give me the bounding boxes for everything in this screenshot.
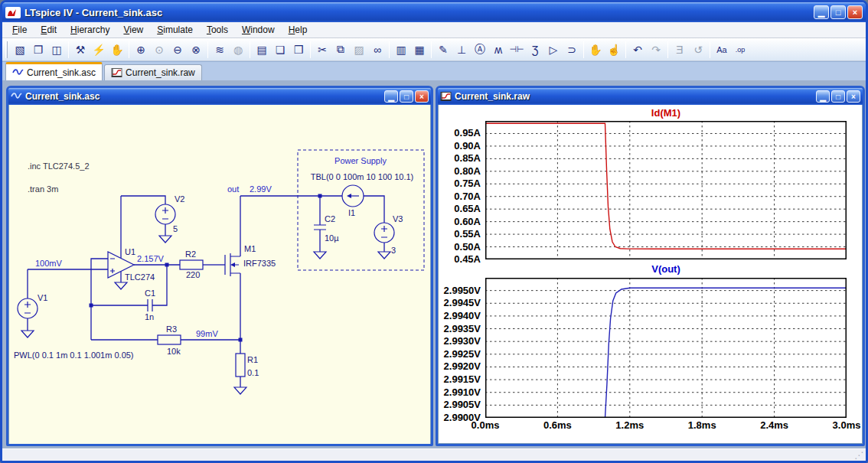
ytick-label: 2.9915V [439, 374, 481, 385]
i1-name-label: I1 [348, 208, 355, 217]
resize-grip[interactable]: ⋰ [854, 452, 866, 459]
pane-title-0[interactable]: Id(M1) [485, 107, 847, 119]
cut-button[interactable]: ✂ [313, 41, 331, 59]
net-out[interactable] [240, 194, 322, 198]
plot-frame [486, 122, 847, 259]
component-v3[interactable]: V3 3 [374, 214, 403, 259]
waveform-close-button[interactable]: × [847, 90, 860, 103]
menu-file[interactable]: File [5, 22, 34, 37]
mirror-button: Ǝ [671, 41, 689, 59]
trace-1 [485, 288, 847, 418]
open-file-button[interactable]: ❐ [29, 41, 47, 59]
menu-edit[interactable]: Edit [34, 22, 64, 37]
trace-0 [485, 123, 847, 249]
component-r1[interactable]: R1 0.1 [234, 338, 259, 395]
place-net-label-button[interactable]: Ⓐ [471, 41, 489, 59]
place-component-button[interactable]: ⊃ [563, 41, 581, 59]
component-r2[interactable]: R2 220 [180, 249, 225, 279]
waveform-window-titlebar[interactable]: Current_sink.raw ▁ □ × [438, 88, 863, 105]
plot-svg-0[interactable] [485, 121, 847, 259]
schematic-minimize-button[interactable]: ▁ [384, 90, 398, 103]
ytick-label: 2.9950V [439, 285, 481, 296]
xtick-label: 0.6ms [534, 419, 580, 431]
close-button[interactable]: × [847, 5, 863, 19]
component-u1-opamp[interactable]: U1 TLC274 [108, 196, 155, 289]
minimize-button[interactable]: ▁ [814, 5, 829, 19]
menu-tools[interactable]: Tools [200, 22, 235, 37]
copy-button[interactable]: ⧉ [331, 41, 350, 59]
save-button[interactable]: ◫ [47, 41, 66, 59]
v3-name-label: V3 [393, 214, 403, 223]
feedback-voltage-label: 99mV [196, 329, 218, 338]
c2-value-label: 10µ [325, 233, 339, 243]
arrange-windows-button[interactable]: ❒ [289, 41, 308, 59]
menu-window[interactable]: Window [235, 22, 282, 37]
zoom-out-button[interactable]: ⊖ [168, 41, 187, 59]
xtick-label: 1.2ms [607, 419, 653, 431]
c1-value-label: 1n [145, 312, 154, 321]
maximize-button[interactable]: □ [830, 5, 846, 19]
schematic-window: Current_sink.asc ▁ □ × .inc TLC274.5_2 .… [6, 86, 433, 446]
waveform-minimize-button[interactable]: ▁ [816, 90, 830, 103]
place-capacitor-button[interactable]: ⊣⊢ [507, 41, 526, 59]
menu-hierarchy[interactable]: Hierarchy [64, 22, 116, 37]
xtick-label: 1.8ms [679, 419, 725, 431]
place-inductor-button[interactable]: Ʒ [526, 41, 544, 59]
place-text-button[interactable]: Aa [713, 41, 731, 59]
zoom-in-button[interactable]: ⊕ [132, 41, 150, 59]
component-c2[interactable]: C2 10µ [314, 196, 339, 259]
tab-current-sink-raw[interactable]: Current_sink.raw [104, 64, 202, 80]
tile-windows-button[interactable]: ▤ [253, 41, 271, 59]
menu-view[interactable]: View [116, 22, 150, 37]
plot-svg-1[interactable] [485, 278, 847, 418]
menu-simulate[interactable]: Simulate [150, 22, 200, 37]
schematic-canvas[interactable]: .inc TLC274.5_2 .tran 3m V1 PWL(0 0.1 1m… [8, 105, 431, 446]
component-m1-mosfet[interactable]: M1 IRF7335 [225, 196, 276, 340]
place-diode-button[interactable]: ▷ [544, 41, 563, 59]
r2-name-label: R2 [185, 249, 196, 259]
schematic-drawing: .inc TLC274.5_2 .tran 3m V1 PWL(0 0.1 1m… [9, 105, 432, 442]
new-schematic-button[interactable]: ▧ [11, 41, 29, 59]
undo-button[interactable]: ↶ [628, 41, 647, 59]
r3-name-label: R3 [166, 324, 177, 334]
net-opamp-output[interactable] [134, 263, 180, 267]
autorange-y-axis-button[interactable]: ≋ [210, 41, 229, 59]
menubar: FileEditHierarchyViewSimulateToolsWindow… [2, 22, 866, 38]
cascade-windows-button[interactable]: ❏ [271, 41, 289, 59]
drag-button[interactable]: ☝ [605, 41, 623, 59]
waveform-canvas: Id(M1) 0.95A0.90A0.85A0.80A0.75A0.70A0.6… [438, 105, 863, 444]
tab-label: Current_sink.asc [27, 67, 96, 78]
ylabels-1: 2.9950V2.9945V2.9940V2.9935V2.9930V2.992… [439, 105, 482, 443]
v2-value-label: 5 [173, 224, 178, 233]
print-button[interactable]: ▦ [410, 41, 429, 59]
run-simulation-button[interactable]: ⚡ [90, 41, 108, 59]
schematic-maximize-button[interactable]: □ [400, 90, 413, 103]
find-button[interactable]: ∞ [368, 41, 387, 59]
tab-current-sink-asc[interactable]: Current_sink.asc [5, 62, 103, 80]
zoom-full-extents-button[interactable]: ⊗ [187, 41, 205, 59]
menu-help[interactable]: Help [282, 22, 315, 37]
print-preview-button[interactable]: ▥ [392, 41, 410, 59]
c1-name-label: C1 [145, 289, 155, 298]
place-resistor-button[interactable]: ʍ [489, 41, 507, 59]
control-panel-button[interactable]: ⚒ [71, 41, 90, 59]
i1-value-label: TBL(0 0 100m 10 100 10.1) [311, 172, 414, 181]
rotate-button: ↺ [689, 41, 707, 59]
draw-wire-button[interactable]: ✎ [434, 41, 452, 59]
schematic-window-titlebar[interactable]: Current_sink.asc ▁ □ × [8, 88, 431, 105]
toolbar-separator [129, 41, 129, 58]
toolbar-grip[interactable] [5, 41, 8, 58]
xtick-label: 0.0ms [462, 419, 508, 431]
place-ground-button[interactable]: ⊥ [452, 41, 471, 59]
component-v2[interactable]: V2 5 [121, 194, 184, 243]
schematic-close-button[interactable]: × [415, 90, 429, 103]
mdi-area: Current_sink.asc ▁ □ × .inc TLC274.5_2 .… [2, 80, 866, 448]
waveform-maximize-button[interactable]: □ [831, 90, 845, 103]
move-button[interactable]: ✋ [586, 41, 605, 59]
net-feedback[interactable] [90, 259, 168, 340]
pane-title-1[interactable]: V(out) [485, 263, 847, 275]
ytick-label: 2.9940V [439, 311, 481, 321]
ytick-label: 2.9920V [439, 361, 481, 372]
main-titlebar[interactable]: LTspice IV - Current_sink.asc ▁ □ × [2, 2, 866, 22]
place-spice-directive-button[interactable]: .op [731, 41, 749, 59]
